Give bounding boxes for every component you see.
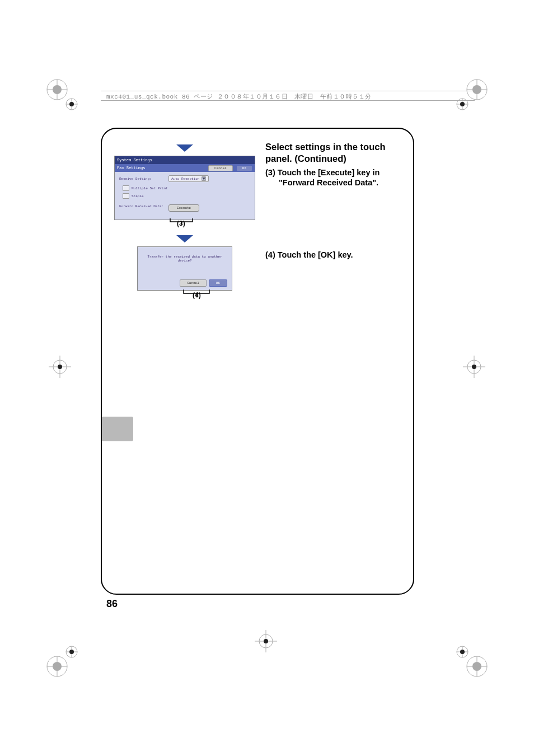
instruction-title: Select settings in the touch panel. (Con…	[265, 141, 401, 164]
page-number: 86	[106, 598, 118, 610]
dialog-cancel-button[interactable]: Cancel	[180, 279, 207, 287]
reg-mark-bottom-center	[252, 627, 280, 655]
svg-point-19	[472, 662, 481, 671]
book-header: mxc401_us_qck.book 86 ページ ２００８年１０月１６日 木曜…	[101, 91, 475, 101]
right-column: Select settings in the touch panel. (Con…	[265, 141, 401, 300]
svg-marker-22	[176, 144, 193, 152]
reg-mark-mid-left	[46, 353, 74, 381]
section-label: Fax Settings	[117, 166, 145, 170]
ok-button[interactable]: OK	[236, 165, 252, 171]
screen-section-bar: Fax Settings Cancel OK	[115, 164, 255, 172]
cancel-button[interactable]: Cancel	[208, 165, 233, 171]
left-column: System Settings Fax Settings Cancel OK R…	[114, 141, 255, 300]
callout-label-4: (4)	[193, 291, 201, 299]
staple-label: Staple	[132, 194, 144, 198]
forward-label: Forward Received Data:	[119, 204, 168, 208]
callout-label-3: (3)	[177, 220, 185, 227]
reg-mark-top-left	[46, 78, 79, 112]
reg-mark-bottom-right	[455, 644, 488, 678]
svg-point-11	[472, 365, 476, 369]
dialog-ok-button[interactable]: OK	[209, 279, 227, 287]
svg-point-7	[460, 102, 465, 106]
svg-point-13	[69, 650, 74, 654]
callout-bracket-3: (3)	[169, 218, 194, 226]
dropdown-value: Auto Reception	[171, 177, 199, 181]
reg-mark-mid-right	[460, 353, 488, 381]
svg-point-15	[53, 662, 62, 671]
screen-title: System Settings	[115, 156, 255, 164]
instruction-step-3: (3) Touch the [Execute] key in "Forward …	[265, 167, 401, 188]
receive-setting-label: Receive Setting:	[119, 177, 168, 181]
callout-bracket-4: (4)	[182, 290, 210, 300]
svg-point-21	[264, 639, 268, 643]
svg-marker-24	[176, 235, 193, 242]
arrow-down-icon	[114, 234, 255, 243]
screen-body: Receive Setting: Auto Reception Multiple…	[115, 172, 255, 220]
ui-screenshot-confirm-dialog: Transfer the received data to another de…	[137, 246, 232, 291]
staple-checkbox[interactable]	[123, 193, 129, 199]
svg-point-3	[69, 102, 74, 106]
arrow-down-icon	[114, 143, 255, 152]
page-frame: System Settings Fax Settings Cancel OK R…	[101, 128, 414, 595]
dialog-text: Transfer the received data to another de…	[142, 255, 227, 263]
chevron-down-icon	[202, 176, 206, 181]
reg-mark-bottom-left	[46, 644, 79, 678]
svg-marker-23	[202, 178, 205, 180]
header-text: mxc401_us_qck.book 86 ページ ２００８年１０月１６日 木曜…	[106, 94, 372, 100]
multiple-checkbox[interactable]	[123, 185, 129, 191]
svg-point-17	[460, 650, 465, 654]
svg-point-1	[53, 85, 62, 94]
instruction-step-4: (4) Touch the [OK] key.	[265, 250, 401, 260]
receive-setting-dropdown[interactable]: Auto Reception	[168, 175, 209, 182]
execute-button[interactable]: Execute	[168, 204, 199, 212]
svg-point-9	[58, 365, 62, 369]
ui-screenshot-fax-settings: System Settings Fax Settings Cancel OK R…	[114, 156, 255, 220]
multiple-label: Multiple Set Print	[132, 186, 168, 190]
